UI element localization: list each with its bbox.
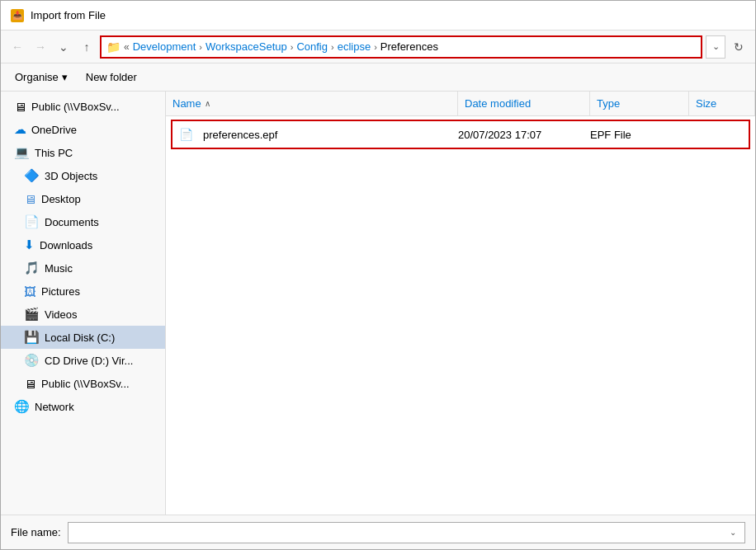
col-header-date[interactable]: Date modified <box>458 92 590 115</box>
organise-button[interactable]: Organise ▾ <box>7 67 75 88</box>
up-button[interactable]: ↑ <box>77 37 97 57</box>
col-size-label: Size <box>696 97 716 110</box>
address-part-2[interactable]: Config <box>296 40 328 53</box>
file-cell-date: 20/07/2023 17:07 <box>451 121 584 148</box>
address-dropdown-button[interactable]: ⌄ <box>706 35 725 59</box>
address-chevron-4: › <box>374 42 377 52</box>
file-name-text: preferences.epf <box>203 129 277 141</box>
sidebar-item-label: Public (\\VBoxSv... <box>41 378 130 390</box>
sidebar-item-music[interactable]: 🎵 Music <box>1 256 165 280</box>
new-folder-label: New folder <box>86 71 137 83</box>
videos-icon: 🎬 <box>24 307 40 322</box>
address-bar: 📁 « Development › WorkspaceSetup › Confi… <box>100 35 702 59</box>
organise-arrow: ▾ <box>62 71 68 83</box>
sidebar: 🖥 Public (\\VBoxSv... ☁ OneDrive 💻 This … <box>1 92 166 515</box>
sidebar-item-label: Pictures <box>41 285 80 298</box>
file-cell-size <box>683 121 749 148</box>
sidebar-item-label: Network <box>35 401 74 413</box>
sidebar-item-label: Documents <box>45 216 99 228</box>
col-header-size[interactable]: Size <box>689 92 755 115</box>
sidebar-item-videos[interactable]: 🎬 Videos <box>1 303 165 326</box>
sidebar-item-pictures[interactable]: 🖼 Pictures <box>1 280 165 303</box>
downloads-icon: ⬇ <box>24 237 35 252</box>
filename-label: File name: <box>11 526 61 538</box>
col-type-label: Type <box>597 97 620 110</box>
sidebar-item-localdisk[interactable]: 💾 Local Disk (C:) <box>1 326 165 349</box>
dropdown-button[interactable]: ⌄ <box>54 37 73 57</box>
sidebar-item-documents[interactable]: 📄 Documents <box>1 210 165 233</box>
refresh-button[interactable]: ↻ <box>729 37 749 57</box>
address-root[interactable]: Development <box>133 40 196 53</box>
title-text: Import from File <box>31 9 106 21</box>
thispc-icon: 💻 <box>14 145 30 160</box>
organise-label: Organise <box>15 71 59 83</box>
title-icon: 📥 <box>11 9 24 22</box>
sidebar-item-onedrive[interactable]: ☁ OneDrive <box>1 118 165 141</box>
forward-button[interactable]: → <box>31 37 50 57</box>
file-date-text: 20/07/2023 17:07 <box>458 129 541 141</box>
sidebar-item-label: OneDrive <box>31 124 77 136</box>
localdisk-icon: 💾 <box>24 330 40 345</box>
cddrive-icon: 💿 <box>24 353 40 368</box>
col-header-type[interactable]: Type <box>590 92 689 115</box>
address-part-3[interactable]: eclipse <box>338 40 371 53</box>
file-cell-name: 📄 preferences.epf <box>172 121 451 148</box>
desktop-icon: 🖥 <box>24 192 36 206</box>
onedrive-icon: ☁ <box>14 122 26 137</box>
filename-dropdown-button[interactable]: ⌄ <box>725 523 741 543</box>
documents-icon: 📄 <box>24 214 40 229</box>
sidebar-item-cddrive[interactable]: 💿 CD Drive (D:) Vir... <box>1 349 165 372</box>
sidebar-item-label: Videos <box>45 308 78 321</box>
address-chevron-1: › <box>199 42 202 52</box>
sidebar-item-public-vboxsv[interactable]: 🖥 Public (\\VBoxSv... <box>1 95 165 118</box>
sort-indicator: ∧ <box>205 99 210 108</box>
pictures-icon: 🖼 <box>24 284 36 299</box>
filename-input[interactable] <box>72 526 725 538</box>
sidebar-item-label: Public (\\VBoxSv... <box>31 101 120 113</box>
sidebar-item-thispc[interactable]: 💻 This PC <box>1 141 165 164</box>
sidebar-item-label: Local Disk (C:) <box>45 331 115 344</box>
network-drive2-icon: 🖥 <box>24 377 36 391</box>
address-current: Preferences <box>380 40 438 53</box>
address-separator: « <box>124 41 130 53</box>
col-name-label: Name <box>172 97 201 110</box>
sidebar-item-label: CD Drive (D:) Vir... <box>45 355 133 367</box>
address-chevron-2: › <box>291 42 294 52</box>
table-row[interactable]: 📄 preferences.epf 20/07/2023 17:07 EPF F… <box>171 120 750 149</box>
sidebar-item-label: Desktop <box>41 193 81 205</box>
file-type-icon: 📄 <box>179 128 193 141</box>
nav-bar: ← → ⌄ ↑ 📁 « Development › WorkspaceSetup… <box>1 31 755 63</box>
3dobjects-icon: 🔷 <box>24 168 40 183</box>
dialog-window: 📥 Import from File ← → ⌄ ↑ 📁 « Developme… <box>0 0 756 550</box>
sidebar-item-label: Music <box>45 262 73 275</box>
sidebar-item-desktop[interactable]: 🖥 Desktop <box>1 187 165 210</box>
sidebar-item-network[interactable]: 🌐 Network <box>1 395 165 418</box>
file-cell-type: EPF File <box>584 121 683 148</box>
file-list-body: 📄 preferences.epf 20/07/2023 17:07 EPF F… <box>166 116 755 515</box>
col-header-name[interactable]: Name ∧ <box>166 92 458 115</box>
sidebar-item-label: Downloads <box>40 239 92 251</box>
network-icon: 🌐 <box>14 399 30 414</box>
sidebar-item-label: 3D Objects <box>45 170 97 182</box>
bottom-bar: File name: ⌄ <box>1 515 755 549</box>
address-folder-icon: 📁 <box>106 40 120 54</box>
sidebar-item-public-vboxsv2[interactable]: 🖥 Public (\\VBoxSv... <box>1 372 165 395</box>
toolbar: Organise ▾ New folder <box>1 63 755 92</box>
col-date-label: Date modified <box>465 97 531 110</box>
sidebar-item-label: This PC <box>35 147 73 159</box>
address-part-1[interactable]: WorkspaceSetup <box>206 40 287 53</box>
file-list-header: Name ∧ Date modified Type Size <box>166 92 755 116</box>
back-button[interactable]: ← <box>7 37 27 57</box>
file-area: Name ∧ Date modified Type Size 📄 <box>166 92 755 515</box>
network-drive-icon: 🖥 <box>14 100 26 114</box>
new-folder-button[interactable]: New folder <box>78 67 144 88</box>
main-content: 🖥 Public (\\VBoxSv... ☁ OneDrive 💻 This … <box>1 92 755 515</box>
address-chevron-3: › <box>331 42 334 52</box>
title-bar: 📥 Import from File <box>1 1 755 31</box>
sidebar-item-downloads[interactable]: ⬇ Downloads <box>1 233 165 256</box>
music-icon: 🎵 <box>24 261 40 275</box>
sidebar-item-3dobjects[interactable]: 🔷 3D Objects <box>1 164 165 187</box>
filename-input-wrapper: ⌄ <box>68 522 745 543</box>
file-type-text: EPF File <box>590 129 631 141</box>
